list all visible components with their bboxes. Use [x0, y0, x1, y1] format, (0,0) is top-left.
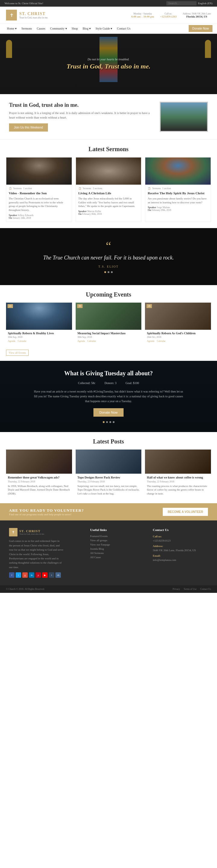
youtube-icon[interactable]: ▶ — [42, 572, 48, 578]
event-meta-2: Agenda Calendar — [77, 340, 140, 342]
footer-link-featured-events[interactable]: Featured Events — [90, 535, 145, 538]
trust-text: Trust in God, trust also in me. Prayer i… — [9, 102, 154, 131]
tumblr-icon[interactable]: t — [49, 572, 54, 578]
on-label-1: On — [9, 217, 12, 219]
event-date-2: 30th Sep, 2018 — [77, 336, 140, 339]
footer-address-label: Address: — [153, 545, 163, 548]
footer-link-sermons[interactable]: All Sermons — [90, 552, 145, 555]
footer-email: Email: info@templanza.com — [153, 554, 208, 562]
giving-stats: Collected: 58c Donors: 3 Goal: $100 — [12, 381, 205, 385]
footer-contact-section: Contact Us Call us: +123.8259.0123 Addre… — [153, 528, 208, 578]
footer-address-value: 5646 VK 26th Lane, Florida 20154, US — [153, 549, 196, 552]
phone-value: +123.859.1263 — [160, 15, 177, 18]
giving-dot-2 — [106, 421, 108, 423]
donate-now-button[interactable]: Donate Now — [94, 408, 124, 417]
nav-shop[interactable]: Shop — [69, 24, 80, 33]
sermon-title-1: Video - Remember the Son — [9, 191, 69, 195]
copyright: © Church © 2018. All Rights Reserved. — [6, 588, 45, 590]
event-thumb-3 — [145, 303, 211, 330]
pinterest-icon[interactable]: p — [36, 572, 41, 578]
twitter-icon[interactable]: t — [16, 572, 21, 578]
site-header: ✝ ST. CHRIST Trust in God, trust also in… — [0, 7, 217, 24]
footer-link-blog[interactable]: Joomla Blog — [90, 547, 145, 550]
footer-link-view-groups[interactable]: View all groups — [90, 539, 145, 542]
post-date-3: Thursday, 22 February 2018 — [147, 480, 209, 483]
nav-contact[interactable]: Contact Us — [114, 24, 133, 33]
post-card-2: Topo Designs Rover Pack Review Thursday,… — [76, 450, 142, 497]
giving-body: Have you read an article or a tweet rece… — [33, 389, 184, 404]
logo-icon: ✝ — [6, 10, 17, 21]
event-num-3: 26 — [146, 304, 152, 308]
nav-links: Home ▾ Sermons Causes Community ▾ Shop B… — [4, 24, 133, 33]
phone-info: Call us: +123.859.1263 — [160, 12, 177, 18]
google-plus-icon[interactable]: g — [22, 572, 28, 578]
event-tag1-2[interactable]: Agenda — [77, 340, 85, 342]
event-body-3: Spiritually Reborn As God's Children 26t… — [145, 330, 211, 344]
footer-privacy[interactable]: Privacy — [173, 588, 180, 590]
trust-section: Trust in God, trust also in me. Prayer i… — [0, 94, 217, 140]
sermon-cat-label-2: Sermons — [83, 187, 91, 190]
nav-home[interactable]: Home ▾ — [4, 24, 19, 33]
nav-blog[interactable]: Blog ▾ — [80, 24, 93, 33]
event-body-1: Spiritually Reborn & Healthy Lives 30th … — [6, 330, 72, 344]
trust-image — [160, 102, 208, 132]
hero-lamp-right — [205, 40, 211, 58]
linkedin-icon[interactable]: in — [29, 572, 34, 578]
volunteer-button[interactable]: BECOME A VOLUNTEER — [163, 508, 208, 516]
sermon-category-1: 📋 Sermons 1 section — [9, 187, 69, 190]
sermon-date-1: January 24th, 2018 — [13, 217, 31, 219]
sermon-desc-1: The Christian Church is an ecclesiastica… — [9, 197, 69, 212]
nav-sermons[interactable]: Sermons — [19, 24, 34, 33]
sermon-card-2: 📋 Sermons 2 sections Living A Christian … — [76, 157, 142, 222]
sermon-cat-label-3: Sermons — [152, 187, 160, 190]
sermon-tag-count-3: 1 section — [162, 187, 171, 190]
sermons-grid: 📋 Sermons 1 section Video - Remember the… — [0, 157, 217, 228]
event-tag1-3[interactable]: Agenda — [147, 340, 154, 342]
footer-email-value: info@templanza.com — [153, 558, 176, 561]
footer-logo-section: ✝ ST. CHRIST Trust in God, trust also in… — [9, 528, 82, 578]
speaker-label-2: Speaker — [78, 210, 87, 213]
sermon-cat-tag-1: 📋 — [9, 187, 12, 190]
event-date-3: 26th Oct, 2018 — [147, 336, 209, 339]
event-tag1-1[interactable]: Agenda — [8, 340, 15, 342]
sermon-image-1 — [6, 157, 72, 185]
nav-community[interactable]: Community ▾ — [48, 24, 69, 33]
hours-label: Monday - Saturday — [134, 12, 152, 15]
footer-logo-icon: ✝ — [9, 528, 17, 536]
sermon-meta-2: Speaker Marcus Keller On February 06th, … — [78, 210, 139, 215]
facebook-icon[interactable]: f — [9, 572, 14, 578]
view-all-link[interactable]: View all Events — [6, 350, 29, 356]
post-desc-3: The roasting process is what produces th… — [147, 484, 209, 496]
sermon-meta-1: Speaker Jeffery Edwards On January 24th,… — [9, 214, 69, 219]
hours-info: Monday - Saturday 6:00 am – 10:00 pm — [132, 12, 154, 18]
post-desc-1: In 1959, William Bernbach, along with co… — [8, 484, 70, 496]
search-input[interactable] — [166, 1, 196, 5]
giving-goal: Goal: $100 — [126, 381, 139, 385]
sermons-section: Latest Sermons 📋 Sermons 1 section Video… — [0, 140, 217, 228]
footer-links-section: Useful links Featured Events View all gr… — [90, 528, 145, 578]
main-nav: Home ▾ Sermons Causes Community ▾ Shop B… — [0, 24, 217, 34]
language-selector[interactable]: English (EN) — [198, 2, 213, 5]
quote-author: T.S. ELIOT — [18, 265, 199, 268]
footer-phone-value: +123.8259.0123 — [153, 539, 171, 542]
trust-body: Prayer is not asking. It is a longing of… — [9, 111, 154, 120]
footer-terms[interactable]: Terms of Use — [184, 588, 196, 590]
event-body-2: Measuring Social Impact Masterclass 30th… — [76, 330, 142, 344]
posts-grid: Remember those great Volkswagen ads? Thu… — [0, 450, 217, 503]
footer-about: God comes to us in fire and redeemed Jap… — [9, 539, 63, 569]
footer-link-cause[interactable]: All Cause — [90, 556, 145, 559]
post-title-3: Half of what we know about coffee is wro… — [147, 475, 209, 479]
footer-link-fanpage[interactable]: View our Fanpage — [90, 543, 145, 546]
vk-icon[interactable]: vk — [56, 572, 61, 578]
event-tag2-3[interactable]: Calendar — [157, 340, 166, 342]
sermon-image-3 — [145, 157, 211, 185]
event-tag2-1[interactable]: Calendar — [18, 340, 27, 342]
footer-contact-link[interactable]: Contact Us — [200, 588, 211, 590]
post-card-3: Half of what we know about coffee is wro… — [145, 450, 211, 497]
event-tag2-2[interactable]: Calendar — [87, 340, 96, 342]
join-button[interactable]: Join Us this Weekend — [9, 123, 48, 131]
nav-style-guide[interactable]: Style Guide ▾ — [93, 24, 114, 33]
donate-button[interactable]: Donate Now — [189, 25, 213, 32]
volunteer-heading: ARE YOU READY TO VOLUNTEER? — [9, 508, 84, 513]
nav-causes[interactable]: Causes — [34, 24, 48, 33]
